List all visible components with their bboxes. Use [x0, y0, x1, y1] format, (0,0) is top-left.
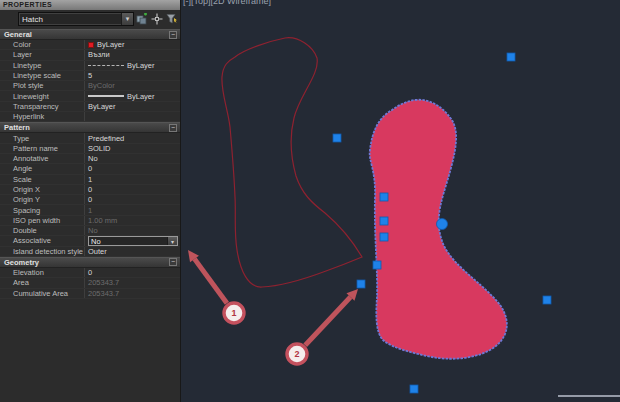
property-row: Spacing1 [0, 205, 180, 215]
property-label: Elevation [0, 268, 84, 277]
property-value-text: 205343.7 [88, 278, 119, 287]
grip-square[interactable] [380, 233, 388, 241]
property-label: Origin Y [0, 195, 84, 204]
property-row: Origin X0 [0, 185, 180, 195]
grip-square[interactable] [507, 53, 515, 61]
property-value[interactable]: No [84, 154, 180, 163]
grip-circle[interactable] [437, 219, 448, 230]
property-row: TransparencyByLayer [0, 102, 180, 112]
property-value-text: Възли [88, 50, 110, 59]
select-objects-icon[interactable] [151, 12, 163, 25]
property-value[interactable]: ByLayer [84, 91, 180, 100]
property-value-text: SOLID [88, 144, 111, 153]
property-value[interactable]: 205343.7 [84, 278, 180, 287]
outline-spline-shape[interactable] [222, 38, 362, 287]
property-label: Island detection style [0, 247, 84, 256]
property-label: Pattern name [0, 144, 84, 153]
property-row: ColorByLayer [0, 40, 180, 50]
property-value-text: 0 [88, 164, 92, 173]
property-row: LayerВъзли [0, 50, 180, 60]
property-value[interactable]: No▾ [84, 236, 180, 245]
chevron-down-icon[interactable]: ▾ [121, 13, 133, 25]
drawing-canvas[interactable]: 12 [-][Top][2D Wireframe] [181, 0, 620, 402]
property-label: Annotative [0, 154, 84, 163]
property-value-text: 0 [88, 268, 92, 277]
property-value[interactable]: 0 [84, 185, 180, 194]
property-row: AnnotativeNo [0, 154, 180, 164]
property-label: Type [0, 134, 84, 143]
properties-sections: General−ColorByLayerLayerВъзлиLinetypeBy… [0, 29, 180, 299]
property-row: Island detection styleOuter [0, 247, 180, 257]
property-row: Scale1 [0, 175, 180, 185]
viewport-controls-label[interactable]: [-][Top][2D Wireframe] [183, 0, 271, 6]
property-value[interactable]: Predefined [84, 133, 180, 142]
grip-square[interactable] [373, 261, 381, 269]
section-header-general[interactable]: General− [0, 29, 180, 40]
property-label: Color [0, 40, 84, 49]
property-value-text: No [88, 154, 98, 163]
property-value-text: 0 [88, 195, 92, 204]
grip-square[interactable] [380, 193, 388, 201]
collapse-section-button[interactable]: − [169, 31, 177, 39]
property-value[interactable]: No [84, 226, 180, 235]
property-row: AssociativeNo▾ [0, 236, 180, 246]
callout-number: 2 [294, 349, 299, 359]
property-value-text: ByColor [88, 81, 115, 90]
property-value[interactable]: 205343.7 [84, 289, 180, 298]
collapse-section-button[interactable]: − [169, 124, 177, 132]
property-label: Cumulative Area [0, 289, 84, 298]
property-value-text: 1 [88, 206, 92, 215]
property-row: Elevation0 [0, 268, 180, 278]
property-value-text: No [88, 226, 98, 235]
object-type-select[interactable]: Hatch ▾ [18, 12, 134, 26]
property-value[interactable]: SOLID [84, 144, 180, 153]
property-value[interactable] [84, 112, 180, 121]
autocad-window: PROPERTIES Hatch ▾ [0, 0, 620, 402]
linetype-preview [88, 65, 124, 66]
section-title: Geometry [4, 258, 39, 267]
chevron-down-icon[interactable]: ▾ [167, 237, 177, 245]
property-value[interactable]: Outer [84, 247, 180, 256]
quick-select-icon[interactable] [166, 12, 178, 25]
property-value[interactable]: ByLayer [84, 102, 180, 111]
property-value[interactable]: ByLayer [84, 61, 180, 70]
collapse-section-button[interactable]: − [169, 258, 177, 266]
property-value[interactable]: ByLayer [84, 40, 180, 49]
property-value[interactable]: 0 [84, 195, 180, 204]
property-value[interactable]: 0 [84, 164, 180, 173]
property-label: Transparency [0, 102, 84, 111]
property-row: Hyperlink [0, 112, 180, 122]
grip-square[interactable] [357, 280, 365, 288]
section-header-pattern[interactable]: Pattern− [0, 122, 180, 133]
grip-square[interactable] [410, 385, 418, 393]
callout-number: 1 [231, 308, 236, 318]
drawing-svg: 12 [181, 0, 620, 402]
callout-arrow-shaft [194, 259, 226, 303]
selected-hatch-shape[interactable] [370, 100, 507, 359]
property-value[interactable]: 5 [84, 71, 180, 80]
property-value[interactable]: 1 [84, 205, 180, 214]
property-value[interactable]: 0 [84, 268, 180, 277]
properties-panel: PROPERTIES Hatch ▾ [0, 0, 181, 402]
toggle-pickadd-icon[interactable] [136, 12, 148, 25]
property-label: ISO pen width [0, 216, 84, 225]
property-row: ISO pen width1.00 mm [0, 216, 180, 226]
grip-square[interactable] [380, 217, 388, 225]
property-value-text: 1.00 mm [88, 216, 117, 225]
property-row: Origin Y0 [0, 195, 180, 205]
property-label: Lineweight [0, 92, 84, 101]
properties-panel-titlebar[interactable]: PROPERTIES [0, 0, 180, 10]
property-value[interactable]: 1 [84, 175, 180, 184]
value-dropdown[interactable]: No▾ [88, 236, 178, 245]
grip-square[interactable] [543, 296, 551, 304]
property-value[interactable]: ByColor [84, 81, 180, 90]
grip-square[interactable] [333, 134, 341, 142]
section-header-geometry[interactable]: Geometry− [0, 257, 180, 268]
property-label: Angle [0, 164, 84, 173]
property-value[interactable]: 1.00 mm [84, 216, 180, 225]
property-label: Associative [0, 236, 84, 245]
property-row: Area205343.7 [0, 278, 180, 288]
object-type-row: Hatch ▾ [0, 10, 180, 29]
property-value-text: 0 [88, 185, 92, 194]
property-value[interactable]: Възли [84, 50, 180, 59]
